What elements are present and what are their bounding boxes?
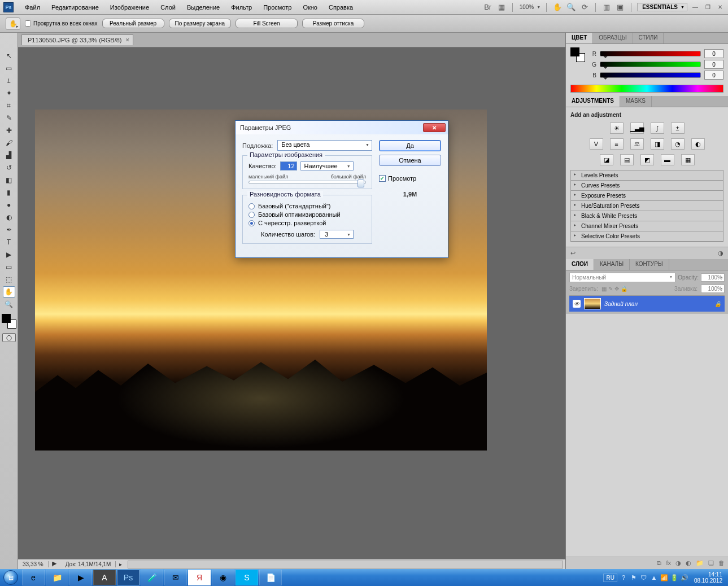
channel-mixer-icon[interactable]: ◐ <box>691 138 705 150</box>
new-adj-layer-icon[interactable]: ◐ <box>686 559 691 567</box>
zoom-icon[interactable]: 🔍 <box>566 2 576 12</box>
bw-icon[interactable]: ◨ <box>651 138 664 150</box>
menu-window[interactable]: Окно <box>297 4 323 11</box>
status-doc-info[interactable]: Док: 14,1M/14,1M <box>61 561 116 567</box>
format-optimized-row[interactable]: Базовый оптимизированный <box>249 211 366 218</box>
gradient-tool-icon[interactable]: ▮ <box>3 187 15 198</box>
preset-chmixer[interactable]: Channel Mixer Presets <box>571 221 723 231</box>
format-progressive-radio[interactable] <box>249 220 255 226</box>
posterize-icon[interactable]: ▤ <box>620 154 634 165</box>
hand-tool-icon[interactable]: ✋ <box>3 286 15 298</box>
balance-icon[interactable]: ⚖ <box>630 138 644 150</box>
dialog-titlebar[interactable]: Параметры JPEG ✕ <box>236 121 448 134</box>
layer-visibility-icon[interactable]: 👁 <box>573 300 581 308</box>
format-baseline-row[interactable]: Базовый ("стандартный") <box>249 203 366 209</box>
preview-checkbox[interactable]: ✔ Просмотр <box>379 175 441 182</box>
pen-tool-icon[interactable]: ✒ <box>3 224 15 235</box>
preset-selcolor[interactable]: Selective Color Presets <box>571 231 723 242</box>
taskbar-app3[interactable]: 📄 <box>259 570 282 585</box>
matte-dropdown[interactable]: Без цвета <box>277 140 372 151</box>
tray-network-icon[interactable]: 📶 <box>660 574 668 581</box>
preset-exposure[interactable]: Exposure Presets <box>571 191 723 201</box>
tab-swatches[interactable]: ОБРАЗЦЫ <box>593 33 633 43</box>
close-button[interactable]: ✕ <box>716 4 725 11</box>
status-menu-icon[interactable]: ▸ <box>116 561 125 567</box>
quality-input[interactable]: 12 <box>280 161 297 170</box>
menu-select[interactable]: Выделение <box>181 4 225 11</box>
restore-button[interactable]: ❐ <box>703 4 712 11</box>
rotate-view-icon[interactable]: ⟳ <box>579 2 590 12</box>
exposure-icon[interactable]: ± <box>671 123 685 134</box>
value-b[interactable]: 0 <box>704 71 723 80</box>
color-spectrum[interactable] <box>570 85 723 93</box>
workspace-dropdown[interactable]: ESSENTIALS <box>637 3 687 11</box>
tray-volume-icon[interactable]: 🔊 <box>681 574 688 581</box>
tool-preset-dropdown[interactable]: ✋ <box>6 18 20 30</box>
type-tool-icon[interactable]: T <box>3 237 15 248</box>
taskbar-clock[interactable]: 14:11 08.10.2012 <box>691 571 726 584</box>
new-layer-icon[interactable]: ❏ <box>708 559 714 567</box>
lock-paint-icon[interactable]: ✎ <box>608 286 613 292</box>
fit-screen-button[interactable]: По размеру экрана <box>169 19 231 28</box>
shape-tool-icon[interactable]: ▭ <box>3 261 15 273</box>
tab-layers[interactable]: СЛОИ <box>566 259 594 270</box>
dodge-tool-icon[interactable]: ◐ <box>3 212 15 223</box>
levels-icon[interactable]: ▁▃▅ <box>630 123 644 134</box>
taskbar-app1[interactable]: 🧪 <box>141 570 163 585</box>
lock-pixels-icon[interactable]: ▦ <box>601 286 607 292</box>
menu-edit[interactable]: Редактирование <box>46 4 104 11</box>
minimize-button[interactable]: — <box>691 4 700 11</box>
bridge-icon[interactable]: Br <box>483 2 493 12</box>
tray-shield-icon[interactable]: 🛡 <box>640 574 648 581</box>
eraser-tool-icon[interactable]: ◧ <box>3 174 15 186</box>
hue-icon[interactable]: ≡ <box>610 138 624 150</box>
zoom-tool-icon[interactable]: 🔍 <box>3 299 15 310</box>
crop-tool-icon[interactable]: ⌗ <box>3 100 15 111</box>
screen-mode-icon[interactable]: ▣ <box>615 2 625 12</box>
dialog-ok-button[interactable]: Да <box>379 140 441 151</box>
preset-hue[interactable]: Hue/Saturation Presets <box>571 201 723 211</box>
menu-file[interactable]: Файл <box>19 4 46 11</box>
preset-curves[interactable]: Curves Presets <box>571 181 723 191</box>
lasso-tool-icon[interactable]: 𝘓 <box>3 75 15 86</box>
layer-background[interactable]: 👁 Задний план 🔒 <box>569 296 725 312</box>
path-select-icon[interactable]: ▶ <box>3 249 15 260</box>
opacity-value[interactable]: 100% <box>701 273 725 282</box>
slider-b[interactable] <box>600 72 701 78</box>
status-zoom[interactable]: 33,33 % <box>18 561 49 567</box>
value-g[interactable]: 0 <box>704 60 723 69</box>
tray-help-icon[interactable]: ? <box>620 574 627 581</box>
taskbar-explorer[interactable]: 📁 <box>46 570 68 585</box>
quality-slider[interactable] <box>249 181 366 184</box>
taskbar-wmp[interactable]: ▶ <box>69 570 92 585</box>
brush-tool-icon[interactable]: 🖌 <box>3 137 15 148</box>
3d-tool-icon[interactable]: ⬚ <box>3 274 15 285</box>
taskbar-app2[interactable]: Я <box>188 570 211 585</box>
language-indicator[interactable]: RU <box>603 574 617 582</box>
eyedropper-tool-icon[interactable]: ✎ <box>3 112 15 124</box>
invert-icon[interactable]: ◪ <box>600 154 613 165</box>
film-icon[interactable]: ▦ <box>496 2 507 12</box>
layer-fx-icon[interactable]: fx <box>666 559 671 567</box>
add-mask-icon[interactable]: ◑ <box>675 559 681 567</box>
format-optimized-radio[interactable] <box>249 212 255 218</box>
curves-icon[interactable]: ∫ <box>651 123 664 134</box>
tray-notify-icon[interactable]: ▲ <box>650 574 658 581</box>
taskbar-chrome[interactable]: ◉ <box>212 570 234 585</box>
taskbar-mail[interactable]: ✉ <box>164 570 187 585</box>
taskbar-autocad[interactable]: A <box>93 570 116 585</box>
scroll-all-input[interactable] <box>25 20 31 27</box>
taskbar-photoshop[interactable]: Ps <box>117 570 140 585</box>
quick-mask-icon[interactable]: ◯ <box>2 333 16 342</box>
preview-check-icon[interactable]: ✔ <box>379 175 386 182</box>
gradient-map-icon[interactable]: ▬ <box>661 154 674 165</box>
heal-tool-icon[interactable]: ✚ <box>3 125 15 136</box>
dialog-close-button[interactable]: ✕ <box>423 123 446 132</box>
lock-position-icon[interactable]: ✥ <box>614 286 619 292</box>
adj-return-icon[interactable]: ↩ <box>570 250 576 257</box>
marquee-tool-icon[interactable]: ▭ <box>3 63 15 74</box>
tab-channels[interactable]: КАНАЛЫ <box>594 259 630 270</box>
menu-image[interactable]: Изображение <box>104 4 155 11</box>
preset-bw[interactable]: Black & White Presets <box>571 211 723 221</box>
tab-paths[interactable]: КОНТУРЫ <box>630 259 669 270</box>
